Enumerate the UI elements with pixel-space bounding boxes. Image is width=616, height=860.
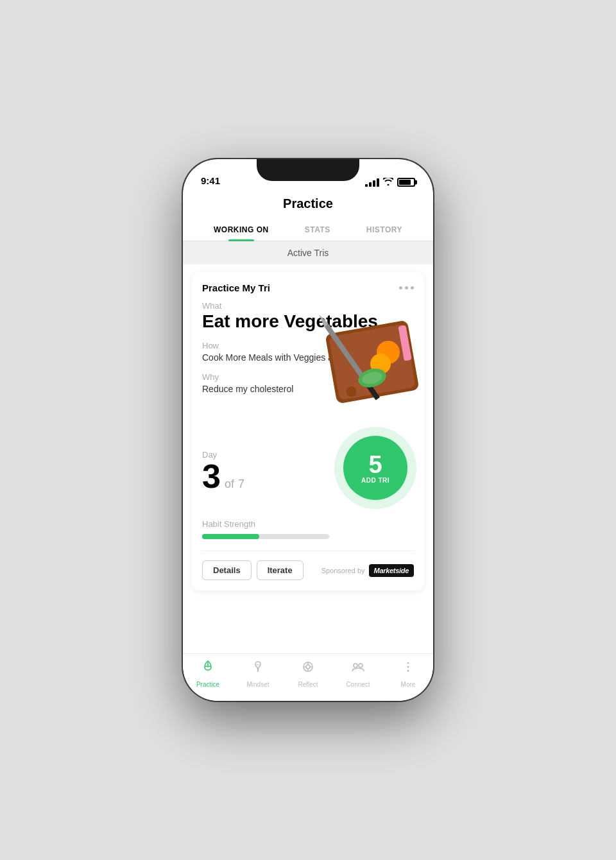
page-title: Practice	[183, 191, 433, 219]
signal-bar-4	[377, 178, 379, 187]
details-button[interactable]: Details	[202, 560, 252, 580]
reflect-icon	[300, 659, 316, 678]
sponsored-label: Sponsored by	[321, 567, 365, 574]
svg-point-18	[359, 664, 363, 667]
day-section: Day 3 of 7 5 ADD TRI	[202, 436, 414, 506]
connect-icon	[350, 659, 366, 678]
svg-point-19	[407, 662, 409, 664]
status-time: 9:41	[201, 175, 220, 187]
battery-icon	[397, 178, 415, 187]
phone-frame: 9:41 Practic	[183, 159, 433, 701]
wifi-icon	[383, 177, 393, 187]
add-tri-number: 5	[368, 452, 382, 477]
dot-1	[399, 286, 402, 289]
mindset-icon	[250, 659, 266, 678]
svg-point-12	[306, 665, 310, 669]
tab-working-on[interactable]: WORKING ON	[203, 219, 279, 241]
status-icons	[365, 177, 415, 187]
signal-bar-2	[369, 182, 372, 187]
day-total: 7	[238, 477, 244, 491]
dot-3	[411, 286, 414, 289]
svg-marker-5	[317, 313, 329, 327]
nav-item-mindset[interactable]: Mindset	[233, 659, 283, 688]
nav-item-connect[interactable]: Connect	[333, 659, 383, 688]
sponsor-area: Sponsored by Marketside	[321, 564, 414, 577]
battery-fill	[399, 180, 411, 185]
phone-screen: 9:41 Practic	[183, 159, 433, 701]
svg-point-21	[407, 670, 409, 672]
signal-bars-icon	[365, 178, 379, 187]
sponsor-name: Marketside	[369, 564, 414, 577]
card-header: Practice My Tri	[202, 282, 414, 293]
habit-bar-background	[202, 534, 329, 539]
signal-bar-3	[373, 180, 375, 187]
card-footer: Details Iterate Sponsored by Marketside	[202, 551, 414, 580]
habit-strength-label: Habit Strength	[202, 519, 414, 529]
cutting-board-illustration	[311, 295, 420, 410]
day-text: Day 3 of 7	[202, 450, 343, 493]
more-options-button[interactable]	[399, 286, 414, 289]
habit-bar-fill	[202, 534, 259, 539]
more-icon	[400, 659, 416, 678]
tab-bar: WORKING ON STATS HISTORY	[183, 219, 433, 241]
nav-item-reflect[interactable]: Reflect	[283, 659, 333, 688]
nav-label-mindset: Mindset	[246, 681, 269, 688]
nav-item-more[interactable]: More	[383, 659, 433, 688]
iterate-button[interactable]: Iterate	[257, 560, 304, 580]
day-of-label: of	[225, 477, 234, 491]
card-title: Practice My Tri	[202, 282, 270, 293]
content-area: Practice WORKING ON STATS HISTORY Active…	[183, 191, 433, 653]
nav-label-connect: Connect	[346, 681, 370, 688]
active-tris-banner: Active Tris	[183, 241, 433, 264]
practice-card: Practice My Tri What Eat more Vegetables…	[192, 272, 424, 590]
svg-point-20	[407, 666, 409, 668]
bottom-nav: Practice Mindset	[183, 653, 433, 701]
dot-2	[405, 286, 408, 289]
nav-item-practice[interactable]: Practice	[183, 659, 233, 688]
card-body: What Eat more Vegetables How Cook More M…	[202, 301, 414, 429]
nav-label-more: More	[401, 681, 416, 688]
nav-label-reflect: Reflect	[298, 681, 318, 688]
day-number: 3	[202, 460, 221, 493]
add-tri-label: ADD TRI	[361, 477, 389, 484]
svg-point-17	[354, 664, 357, 667]
day-label: Day	[202, 450, 343, 460]
tab-history[interactable]: HISTORY	[356, 219, 413, 241]
practice-icon	[200, 659, 216, 678]
tab-stats[interactable]: STATS	[295, 219, 341, 241]
notch	[257, 159, 359, 181]
add-tri-button[interactable]: 5 ADD TRI	[343, 436, 407, 500]
signal-bar-1	[365, 184, 368, 187]
nav-label-practice: Practice	[196, 681, 219, 688]
habit-strength-section: Habit Strength	[202, 519, 414, 539]
